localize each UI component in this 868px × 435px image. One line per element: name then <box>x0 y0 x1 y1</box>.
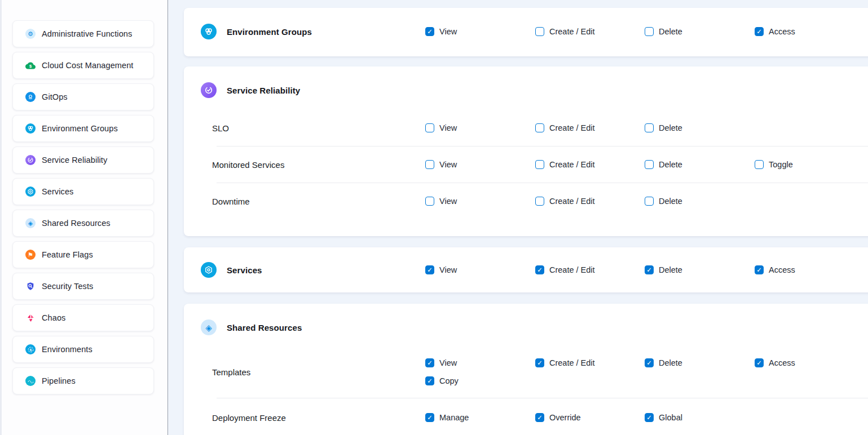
sidebar-item-label: Chaos <box>42 313 65 322</box>
permission-label: Create / Edit <box>549 265 595 274</box>
checkbox[interactable] <box>425 376 434 385</box>
checkbox[interactable] <box>755 160 764 169</box>
permission-view[interactable]: View <box>425 122 535 134</box>
permission-view[interactable]: View <box>425 26 535 37</box>
module-title: Services <box>227 265 262 275</box>
sidebar-item-administrative-functions[interactable]: ⚙ Administrative Functions <box>12 20 154 47</box>
checkbox[interactable] <box>645 265 654 274</box>
resource-label: SLO <box>201 123 425 133</box>
module-title: Shared Resources <box>227 323 302 332</box>
checkbox[interactable] <box>535 358 544 367</box>
sidebar-item-feature-flags[interactable]: ⚑ Feature Flags <box>12 241 154 268</box>
permission-create-edit[interactable]: Create / Edit <box>535 122 645 134</box>
checkbox[interactable] <box>535 265 544 274</box>
permission-copy[interactable]: Copy <box>425 375 535 387</box>
checkbox[interactable] <box>755 358 764 367</box>
permission-label: Access <box>769 27 795 36</box>
permission-delete[interactable]: Delete <box>645 264 755 276</box>
permission-label: Global <box>659 413 682 422</box>
permission-view[interactable]: View <box>425 357 535 369</box>
permission-create-edit[interactable]: Create / Edit <box>535 159 645 170</box>
checkbox[interactable] <box>425 123 434 132</box>
checkbox[interactable] <box>645 27 654 36</box>
permission-delete[interactable]: Delete <box>645 196 755 207</box>
checkbox[interactable] <box>645 197 654 206</box>
module-card-environment-groups: Environment Groups View Create / Edit De… <box>184 8 868 56</box>
permission-create-edit[interactable]: Create / Edit <box>535 196 645 207</box>
permission-row-monitored-services: Monitored Services View Create / Edit De… <box>201 147 868 183</box>
permission-override[interactable]: Override <box>535 412 645 423</box>
permission-access[interactable]: Access <box>755 26 859 37</box>
checkbox[interactable] <box>425 265 434 274</box>
checkbox[interactable] <box>425 197 434 206</box>
checkbox[interactable] <box>535 197 544 206</box>
sidebar-item-services[interactable]: Services <box>12 178 154 205</box>
permission-label: Create / Edit <box>549 123 595 132</box>
permission-create-edit[interactable]: Create / Edit <box>535 357 645 369</box>
permission-label: Create / Edit <box>549 197 595 206</box>
permission-global[interactable]: Global <box>645 412 755 423</box>
checkbox[interactable] <box>755 27 764 36</box>
checkbox[interactable] <box>645 413 654 422</box>
sidebar-item-label: Environment Groups <box>42 124 118 133</box>
sidebar-item-environments[interactable]: $ Environments <box>12 336 154 363</box>
permission-label: Manage <box>439 413 469 422</box>
permission-create-edit[interactable]: Create / Edit <box>535 264 645 276</box>
permission-label: Delete <box>659 197 682 206</box>
environment-groups-icon <box>25 123 36 134</box>
permission-label: View <box>439 265 457 274</box>
permission-label: View <box>439 123 457 132</box>
permission-delete[interactable]: Delete <box>645 357 755 369</box>
resource-label: Downtime <box>201 197 425 206</box>
permission-view[interactable]: View <box>425 264 535 276</box>
permission-label: Create / Edit <box>549 160 595 169</box>
shared-resources-icon: ◈ <box>25 218 36 228</box>
checkbox[interactable] <box>645 358 654 367</box>
permission-access[interactable]: Access <box>755 357 868 369</box>
service-reliability-icon <box>201 82 217 98</box>
sidebar-item-gitops[interactable]: GitOps <box>12 83 154 110</box>
checkbox[interactable] <box>535 413 544 422</box>
cloud-dollar-icon: $ <box>25 60 36 70</box>
sidebar-item-cloud-cost-management[interactable]: $ Cloud Cost Management <box>12 52 154 79</box>
permission-delete[interactable]: Delete <box>645 26 755 37</box>
environments-icon: $ <box>25 344 36 354</box>
permission-delete[interactable]: Delete <box>645 122 755 134</box>
permission-manage[interactable]: Manage <box>425 412 535 423</box>
resource-label: Templates <box>201 367 425 377</box>
sidebar-item-service-reliability[interactable]: Service Reliability <box>12 147 154 174</box>
checkbox[interactable] <box>535 123 544 132</box>
checkbox[interactable] <box>645 123 654 132</box>
checkbox[interactable] <box>755 265 764 274</box>
sidebar-item-label: Shared Resources <box>42 219 111 228</box>
sidebar-item-environment-groups[interactable]: Environment Groups <box>12 115 154 142</box>
checkbox[interactable] <box>535 160 544 169</box>
permission-row-downtime: Downtime View Create / Edit Delete <box>201 183 868 219</box>
sidebar-item-chaos[interactable]: Chaos <box>12 304 154 331</box>
permission-toggle[interactable]: Toggle <box>755 159 868 170</box>
sidebar-item-label: Services <box>42 187 73 196</box>
sidebar-item-shared-resources[interactable]: ◈ Shared Resources <box>12 210 154 237</box>
service-reliability-icon <box>25 155 36 165</box>
permission-create-edit[interactable]: Create / Edit <box>535 26 645 37</box>
security-shield-icon <box>25 281 36 291</box>
sidebar-item-pipelines[interactable]: Pipelines <box>12 367 154 394</box>
checkbox[interactable] <box>535 27 544 36</box>
permission-view[interactable]: View <box>425 196 535 207</box>
checkbox[interactable] <box>425 358 434 367</box>
permission-delete[interactable]: Delete <box>645 159 755 170</box>
sidebar-item-label: Cloud Cost Management <box>42 61 134 70</box>
permission-label: Delete <box>659 358 682 367</box>
permission-access[interactable]: Access <box>755 264 859 276</box>
checkbox[interactable] <box>425 160 434 169</box>
checkbox[interactable] <box>645 160 654 169</box>
permission-label: Toggle <box>769 160 793 169</box>
permission-label: Delete <box>659 265 682 274</box>
checkbox[interactable] <box>425 27 434 36</box>
permission-label: Delete <box>659 27 682 36</box>
permission-view[interactable]: View <box>425 159 535 170</box>
chaos-icon <box>25 313 36 323</box>
permission-row-slo: SLO View Create / Edit Delete <box>201 110 868 146</box>
checkbox[interactable] <box>425 413 434 422</box>
sidebar-item-security-tests[interactable]: Security Tests <box>12 273 154 300</box>
